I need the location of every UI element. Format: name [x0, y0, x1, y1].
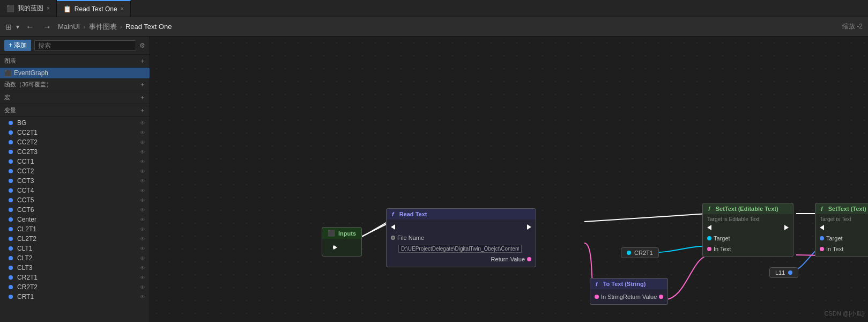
var-eye-icon: 👁 [140, 284, 145, 290]
settext-intext: In Text [826, 246, 843, 252]
var-dot [9, 246, 13, 251]
sidebar-item-var[interactable]: CR2T1👁 [0, 273, 150, 282]
var-dot [9, 295, 13, 299]
tab-label: Read Text One [75, 5, 117, 13]
sidebar-item-var[interactable]: CCT1👁 [0, 157, 150, 166]
dropdown-icon[interactable]: ▾ [16, 23, 19, 31]
search-input[interactable] [34, 40, 136, 51]
var-eye-icon: 👁 [140, 217, 145, 223]
var-eye-icon: 👁 [140, 120, 145, 126]
var-dot [9, 275, 13, 280]
sidebar-item-var[interactable]: CCT3👁 [0, 176, 150, 186]
sidebar-item-eventgraph[interactable]: ⬛ EventGraph [0, 68, 150, 78]
l11-label: L11 [775, 269, 785, 276]
sidebar-item-var[interactable]: CL2T1👁 [0, 224, 150, 234]
var-dot [9, 140, 13, 144]
tab-read-text-one[interactable]: 📋 Read Text One × [57, 0, 131, 17]
sidebar-item-var[interactable]: CCT5👁 [0, 195, 150, 205]
var-eye-icon: 👁 [140, 149, 145, 155]
sidebar-item-var[interactable]: CLT3👁 [0, 263, 150, 273]
return-value-label: Return Value [491, 256, 525, 262]
gear-icon[interactable]: ⚙ [139, 42, 145, 49]
canvas[interactable]: ⬛ Inputs f Read Text [150, 36, 868, 322]
var-eye-icon: 👁 [140, 140, 145, 145]
var-eye-icon: 👁 [140, 130, 145, 136]
breadcrumb-eventgraph[interactable]: 事件图表 [89, 22, 117, 32]
sidebar-top: + 添加 ⚙ [0, 36, 150, 55]
var-dot [9, 169, 13, 173]
var-eye-icon: 👁 [140, 178, 145, 184]
read-text-title: Read Text [399, 211, 427, 217]
sidebar: + 添加 ⚙ 图表 ＋ ⬛ EventGraph 函数（36可覆盖） ＋ 宏 ＋… [0, 36, 150, 322]
sidebar-item-var[interactable]: CL2T2👁 [0, 234, 150, 244]
var-dot [9, 285, 13, 289]
sidebar-item-var[interactable]: CLT1👁 [0, 244, 150, 253]
grid-icon: ⊞ [5, 23, 12, 31]
zoom-label: 缩放 -2 [842, 22, 863, 31]
sidebar-item-var[interactable]: CC2T3👁 [0, 147, 150, 157]
toolbar: ⊞ ▾ ← → MainUI › 事件图表 › Read Text One 缩放… [0, 17, 868, 36]
section-functions-add[interactable]: ＋ [139, 80, 145, 89]
read-text-node: f Read Text File Name Return [386, 208, 536, 267]
back-button[interactable]: ← [24, 21, 36, 33]
var-dot [9, 150, 13, 154]
sidebar-item-var[interactable]: CR2T2👁 [0, 282, 150, 292]
sidebar-item-var[interactable]: BG👁 [0, 118, 150, 128]
tab-icon: 📋 [63, 5, 71, 13]
sidebar-item-var[interactable]: CCT2👁 [0, 166, 150, 176]
var-eye-icon: 👁 [140, 236, 145, 242]
file-name-input[interactable] [398, 245, 522, 253]
section-graph-add[interactable]: ＋ [139, 57, 145, 65]
tab-close[interactable]: × [47, 5, 50, 11]
var-eye-icon: 👁 [140, 188, 145, 194]
var-eye-icon: 👁 [140, 246, 145, 252]
var-eye-icon: 👁 [140, 197, 145, 203]
inputs-icon: ⬛ [328, 230, 335, 237]
sidebar-item-var[interactable]: CRT1👁 [0, 292, 150, 302]
section-functions: 函数（36可覆盖） ＋ [0, 78, 150, 91]
to-text-node: f To Text (String) In String Return Valu… [590, 278, 668, 305]
sidebar-item-var[interactable]: CC2T2👁 [0, 137, 150, 147]
connections-svg [150, 36, 868, 322]
var-dot [9, 121, 13, 125]
l11-node: L11 [769, 267, 798, 278]
var-dot [9, 179, 13, 183]
var-eye-icon: 👁 [140, 169, 145, 174]
sidebar-item-var[interactable]: CCT6👁 [0, 205, 150, 215]
file-name-label: File Name [397, 235, 424, 241]
settext-editable-target: Target [714, 235, 730, 241]
var-eye-icon: 👁 [140, 159, 145, 165]
cr2t1-label: CR2T1 [634, 250, 653, 256]
in-string-label: In String [601, 294, 623, 300]
var-dot [9, 198, 13, 202]
var-eye-icon: 👁 [140, 226, 145, 232]
var-dot [9, 237, 13, 241]
tab-label: 我的蓝图 [18, 4, 43, 13]
tab-close-active[interactable]: × [121, 6, 124, 12]
add-button[interactable]: + 添加 [4, 40, 31, 51]
section-variables-add[interactable]: ＋ [139, 106, 145, 114]
sidebar-item-var[interactable]: CCT4👁 [0, 186, 150, 195]
breadcrumb: MainUI › 事件图表 › Read Text One [58, 22, 172, 32]
breadcrumb-mainui[interactable]: MainUI [58, 23, 80, 31]
watermark: CSDN @[小瓜] [824, 310, 864, 318]
var-eye-icon: 👁 [140, 294, 145, 300]
sidebar-item-var[interactable]: CLT2👁 [0, 253, 150, 263]
settext-editable-node: f SetText (Editable Text) Target is Edit… [702, 203, 793, 257]
var-eye-icon: 👁 [140, 265, 145, 271]
breadcrumb-readtextone[interactable]: Read Text One [125, 23, 172, 31]
variable-list: BG👁CC2T1👁CC2T2👁CC2T3👁CCT1👁CCT2👁CCT3👁CCT4… [0, 117, 150, 303]
var-dot [9, 208, 13, 212]
sidebar-item-var[interactable]: CC2T1👁 [0, 128, 150, 137]
forward-button[interactable]: → [41, 21, 54, 33]
section-macros-add[interactable]: ＋ [139, 93, 145, 101]
settext-node: f SetText (Text) Target is Text Target I… [815, 203, 868, 257]
settext-editable-intext: In Text [714, 246, 731, 252]
sidebar-item-var[interactable]: Center👁 [0, 215, 150, 224]
var-eye-icon: 👁 [140, 255, 145, 261]
var-dot [9, 217, 13, 222]
tab-my-blueprint[interactable]: ⬛ 我的蓝图 × [0, 0, 57, 17]
settext-editable-subtitle: Target is Editable Text [703, 216, 793, 222]
var-dot [9, 159, 13, 164]
var-dot [9, 227, 13, 231]
